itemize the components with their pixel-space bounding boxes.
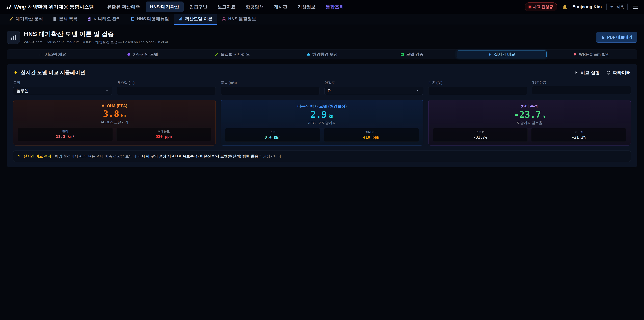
page-title: HNS 대기확산 모델 이론 및 검증 <box>24 30 169 38</box>
parameters-label: 파라미터 <box>613 70 631 76</box>
panel-header: 실시간 모델 비교 시뮬레이션 비교 실행 파라미터 <box>13 69 631 76</box>
menu-item-weather-info[interactable]: 기상정보 <box>293 2 320 12</box>
comparison-results: ALOHA (EPA) 3.8km AEGL-2 도달거리 면적 12.3 km… <box>13 100 631 145</box>
section-tab-label: WRF-Chem 발전 <box>579 52 610 57</box>
check-square-icon <box>400 52 404 56</box>
stat-area: 면적 8.4 km² <box>225 128 320 142</box>
cloud-icon <box>306 52 310 56</box>
menu-item-reports[interactable]: 보고자료 <box>213 2 240 12</box>
pdf-export-button[interactable]: PDF 내보내기 <box>596 32 637 43</box>
wing-logo-icon <box>6 4 12 10</box>
bolt-icon <box>13 70 18 75</box>
stat-max-concentration: 최대농도 410 ppm <box>324 128 419 142</box>
tab-label: 대기확산 분석 <box>16 16 43 22</box>
section-tab-label: 시스템 개요 <box>45 52 66 57</box>
chart-icon <box>178 17 183 21</box>
section-tab-label: 물질별 시나리오 <box>220 52 250 57</box>
section-tab-label: 실시간 비교 <box>494 52 515 57</box>
section-tab-label: 가우시안 모델 <box>133 52 158 57</box>
tab-label: HNS 물질정보 <box>228 16 256 22</box>
menu-item-integrated-search[interactable]: 통합조회 <box>321 2 348 12</box>
section-tab-marine-correction[interactable]: 해양환경 보정 <box>277 51 367 58</box>
stat-area-difference: 면적차 -31.7% <box>433 128 528 142</box>
sst-input[interactable] <box>532 86 631 94</box>
result-card-value: -23.7% <box>433 110 626 120</box>
stability-label: 안정도 <box>324 80 423 85</box>
run-comparison-button[interactable]: 비교 실행 <box>574 70 600 76</box>
chart-line-icon <box>10 34 17 41</box>
chevron-down-icon <box>416 89 420 93</box>
tab-hns-manual[interactable]: HNS 대응매뉴얼 <box>126 14 174 25</box>
section-tab-scenarios[interactable]: 물질별 시나리오 <box>187 51 277 58</box>
air-temp-label: 기온 (°C) <box>428 80 527 85</box>
tab-label: 시나리오 관리 <box>94 16 121 22</box>
bolt-icon <box>17 154 21 158</box>
section-tab-overview[interactable]: 시스템 개요 <box>8 51 98 58</box>
result-card-title: 이문진 박사 모델 (해양보정) <box>225 104 418 109</box>
menu-item-hns-atmospheric[interactable]: HNS·대기확산 <box>146 2 184 12</box>
gear-icon <box>606 71 611 75</box>
stat-area: 면적 12.3 km² <box>18 128 113 141</box>
menu-item-aerial-search[interactable]: 항공탐색 <box>241 2 268 12</box>
incident-status-badge: 사고 진행중 <box>524 2 557 11</box>
substance-select[interactable]: 톨루엔 <box>13 87 112 95</box>
section-tab-wrf-chem[interactable]: WRF-Chem 발전 <box>546 51 636 58</box>
spill-volume-input[interactable] <box>117 87 216 95</box>
book-icon <box>130 17 135 21</box>
logout-button[interactable]: 로그아웃 <box>606 3 628 11</box>
pdf-document-icon <box>601 35 605 39</box>
tab-label: HNS 대응매뉴얼 <box>137 16 169 22</box>
run-comparison-label: 비교 실행 <box>580 70 600 76</box>
notifications-button[interactable] <box>562 4 568 10</box>
stability-select[interactable]: D <box>324 87 423 95</box>
stat-concentration-difference: 농도차 -21.2% <box>531 128 626 142</box>
bar-chart-icon <box>39 52 43 56</box>
page-subtitle: WRF-Chem · Gaussian Plume/Puff · ROMS · … <box>24 40 169 45</box>
tab-hns-substance-info[interactable]: HNS 물질정보 <box>217 14 261 25</box>
rocket-icon <box>573 52 577 56</box>
bolt-icon <box>488 52 492 56</box>
stability-select-value: D <box>328 88 330 93</box>
result-card-caption: 도달거리 감소율 <box>433 121 626 125</box>
page-icon-tile <box>7 31 20 44</box>
pencil-icon <box>9 17 14 21</box>
section-tab-gaussian[interactable]: 가우시안 모델 <box>98 51 187 58</box>
hamburger-icon <box>632 5 638 5</box>
sst-label: SST (°C) <box>532 80 631 84</box>
menu-item-emergency-rescue[interactable]: 긴급구난 <box>185 2 212 12</box>
menu-item-oil-spill-prediction[interactable]: 유출유 확산예측 <box>103 2 144 12</box>
bell-icon <box>562 4 568 10</box>
result-card-title: 차이 분석 <box>433 104 626 109</box>
result-card-difference: 차이 분석 -23.7% 도달거리 감소율 면적차 -31.7% 농도차 -21… <box>428 100 631 145</box>
play-icon <box>574 71 578 75</box>
air-temp-control: 기온 (°C) <box>428 80 527 95</box>
incident-status-label: 사고 진행중 <box>533 4 553 10</box>
tab-dispersion-analysis[interactable]: 대기확산 분석 <box>4 14 48 25</box>
menu-item-board[interactable]: 게시판 <box>270 2 292 12</box>
sub-navigation: 대기확산 분석 분석 목록 시나리오 관리 HNS 대응매뉴얼 확산모델 이론 … <box>0 14 644 25</box>
result-card-stats: 면적 12.3 km² 최대농도 520 ppm <box>18 128 211 141</box>
section-tab-realtime-comparison[interactable]: 실시간 비교 <box>457 51 546 58</box>
tab-analysis-list[interactable]: 분석 목록 <box>48 14 82 25</box>
comparison-note: 실시간 비교 결과: 해양 환경에서 ALOHA는 과대 예측 경향을 보입니다… <box>13 151 631 162</box>
hamburger-menu-button[interactable] <box>632 4 638 10</box>
wind-speed-input[interactable] <box>221 87 320 95</box>
section-tab-validation[interactable]: 모델 검증 <box>367 51 457 58</box>
parameter-controls: 물질 톨루엔 유출량 (kL) 풍속 (m/s) 안정도 D 기온 (°C) <box>13 80 631 95</box>
air-temp-input[interactable] <box>428 87 527 95</box>
tab-model-theory[interactable]: 확산모델 이론 <box>174 14 217 25</box>
brand[interactable]: Wing 해양환경 위기대응 통합시스템 <box>6 4 94 10</box>
substance-control: 물질 톨루엔 <box>13 80 112 95</box>
result-card-lee-model: 이문진 박사 모델 (해양보정) 2.9km AEGL-2 도달거리 면적 8.… <box>221 100 423 145</box>
page-header: HNS 대기확산 모델 이론 및 검증 WRF-Chem · Gaussian … <box>0 25 644 49</box>
stability-control: 안정도 D <box>324 80 423 95</box>
panel-actions: 비교 실행 파라미터 <box>574 70 631 76</box>
brand-logo-text: Wing <box>14 4 26 10</box>
substance-select-value: 톨루엔 <box>16 88 28 94</box>
clipboard-icon <box>87 17 92 21</box>
parameters-button[interactable]: 파라미터 <box>606 70 631 76</box>
tab-scenario-management[interactable]: 시나리오 관리 <box>82 14 126 25</box>
realtime-comparison-panel: 실시간 모델 비교 시뮬레이션 비교 실행 파라미터 물질 톨루엔 유출량 (k… <box>7 64 637 167</box>
wind-speed-label: 풍속 (m/s) <box>221 80 320 85</box>
comparison-note-text: 실시간 비교 결과: 해양 환경에서 ALOHA는 과대 예측 경향을 보입니다… <box>24 153 282 159</box>
